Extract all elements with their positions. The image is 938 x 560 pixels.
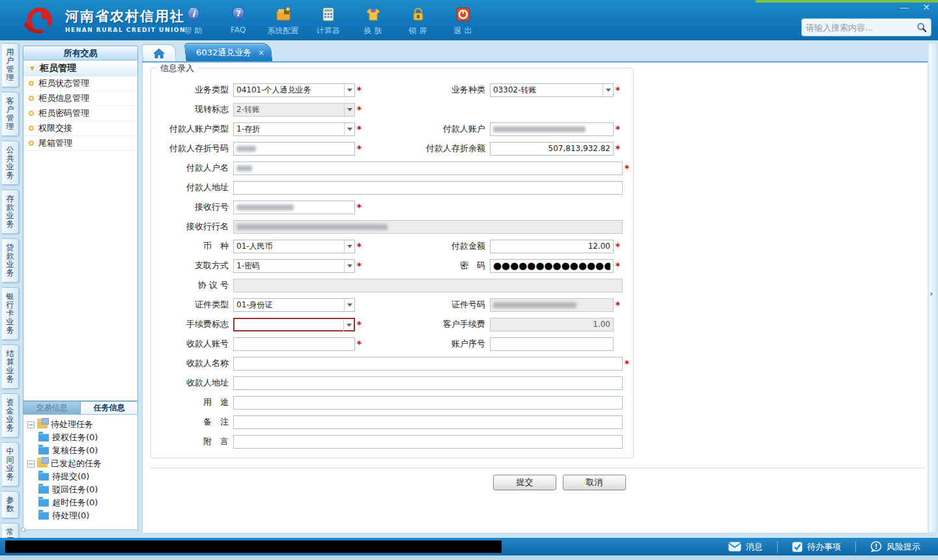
- resize-handle[interactable]: [21, 527, 25, 532]
- tree-node-timeout-tasks[interactable]: 超时任务(0): [38, 496, 137, 509]
- redacted-status-text: [5, 540, 502, 553]
- business-kind-select[interactable]: 03302-转账: [490, 83, 614, 97]
- tree-node-rejected-tasks[interactable]: 驳回任务(0): [38, 483, 137, 496]
- tree-node-to-submit[interactable]: 待提交(0): [38, 470, 137, 483]
- field-label: 付款人存折号码: [151, 143, 233, 154]
- folder-icon: [38, 447, 49, 455]
- form-row: 支取方式 1-密码 * 密 码 ●●●●●●●●●●●●●●● *: [151, 256, 633, 275]
- withdrawal-method-select[interactable]: 1-密码: [233, 259, 355, 273]
- required-marker: *: [623, 163, 631, 173]
- module-tab-user-mgmt[interactable]: 用户管理: [2, 43, 19, 87]
- messages-button[interactable]: 消息: [714, 541, 777, 553]
- tab-6032-transfer-business[interactable]: 6032通兑业务 ×: [184, 43, 273, 61]
- required-marker: *: [355, 241, 363, 251]
- menu-group-teller-mgmt[interactable]: ▼ 柜员管理: [23, 61, 137, 76]
- account-seq-input[interactable]: [490, 337, 614, 351]
- skin-icon: [364, 5, 382, 23]
- payee-account-input[interactable]: [233, 337, 355, 351]
- tree-node-initiated-tasks[interactable]: − 已发起的任务: [27, 457, 137, 470]
- payee-name-input[interactable]: [233, 357, 623, 371]
- tab-home[interactable]: [141, 44, 177, 61]
- payer-account-type-select[interactable]: 1-存折: [233, 122, 355, 136]
- tree-node-to-handle[interactable]: 待处理(0): [38, 509, 137, 522]
- menu-item-teller-info[interactable]: 柜员信息管理: [23, 91, 137, 106]
- currency-select[interactable]: 01-人民币: [233, 240, 355, 253]
- payer-name-input[interactable]: [233, 161, 623, 175]
- folder-icon: [38, 486, 49, 494]
- help-button[interactable]: i 帮 助: [171, 5, 216, 36]
- chevron-down-icon: [344, 84, 354, 96]
- certificate-type-select[interactable]: 01-身份证: [233, 298, 355, 312]
- payer-account-input[interactable]: [490, 122, 614, 136]
- calculator-button[interactable]: 计算器: [306, 5, 350, 36]
- tree-node-pending-tasks[interactable]: − 待处理任务: [27, 418, 137, 431]
- payee-address-input[interactable]: [233, 376, 623, 390]
- close-button[interactable]: ✕: [920, 2, 933, 12]
- collapse-icon[interactable]: −: [27, 460, 35, 468]
- form-row: 收款人地址: [151, 373, 633, 393]
- payment-amount-input[interactable]: 12.00: [490, 240, 614, 253]
- required-marker: *: [614, 124, 622, 134]
- minimize-button[interactable]: —: [898, 2, 911, 12]
- menu-item-cashbox-mgmt[interactable]: 尾箱管理: [23, 136, 137, 151]
- left-panel: 所有交易 ▼ 柜员管理 柜员状态管理 柜员信息管理 柜员密码管理 权限交接: [23, 46, 138, 533]
- menu-item-teller-status[interactable]: 柜员状态管理: [23, 76, 137, 91]
- collapse-arrow-icon[interactable]: ›: [930, 288, 933, 298]
- required-marker: *: [355, 143, 363, 154]
- redacted-value: [236, 165, 252, 171]
- system-config-button[interactable]: 系统配置: [261, 5, 306, 36]
- postscript-input[interactable]: [233, 435, 623, 449]
- form-buttons: 提交 取消: [150, 475, 634, 490]
- form-row: 业务类型 04101-个人通兑业务 * 业务种类 03302-转账 *: [151, 80, 633, 100]
- tab-transaction-info[interactable]: 交易信息: [23, 402, 80, 414]
- right-collapse-strip[interactable]: ›: [928, 43, 937, 533]
- required-marker: *: [355, 202, 363, 212]
- todo-button[interactable]: 待办事项: [777, 541, 855, 553]
- payer-passbook-no-input[interactable]: [233, 142, 355, 156]
- field-label: 用 途: [151, 397, 233, 408]
- credit-union-logo-icon: [18, 4, 61, 36]
- module-tab-public-biz[interactable]: 公共业务: [2, 141, 19, 185]
- module-tab-deposit-biz[interactable]: 存款业务: [2, 189, 19, 234]
- remark-input[interactable]: [233, 415, 623, 429]
- collapse-icon[interactable]: −: [27, 421, 35, 428]
- svg-text:?: ?: [236, 8, 241, 18]
- module-tab-loan-biz[interactable]: 贷款业务: [2, 238, 19, 283]
- tab-close-icon[interactable]: ×: [258, 48, 264, 57]
- skin-button[interactable]: 换 肤: [350, 5, 395, 36]
- module-tab-parameters[interactable]: 参数: [2, 491, 19, 518]
- submit-button[interactable]: 提交: [493, 475, 556, 490]
- exit-button[interactable]: 退 出: [440, 5, 485, 36]
- app-title: 河南省农村信用社: [65, 7, 186, 25]
- search-icon[interactable]: [917, 21, 927, 33]
- field-label: 业务类型: [151, 84, 233, 96]
- search-input[interactable]: [806, 23, 917, 33]
- password-input[interactable]: ●●●●●●●●●●●●●●●: [490, 259, 614, 273]
- module-tab-intermediate-biz[interactable]: 中间业务: [2, 442, 19, 486]
- field-label: 收款人账号: [151, 338, 233, 350]
- module-tab-bankcard-biz[interactable]: 银行卡业务: [2, 287, 19, 340]
- fee-flag-select[interactable]: [233, 318, 355, 331]
- faq-button[interactable]: ? FAQ: [216, 5, 261, 36]
- payer-address-input[interactable]: [233, 181, 623, 195]
- chevron-down-icon: [344, 123, 354, 135]
- lock-screen-button[interactable]: 锁 屏: [395, 5, 440, 36]
- module-tab-funds-biz[interactable]: 资金业务: [2, 393, 19, 438]
- purpose-input[interactable]: [233, 396, 623, 410]
- groupbox-legend: 信息录入: [156, 63, 198, 74]
- required-marker: *: [614, 143, 622, 154]
- tab-task-info[interactable]: 任务信息: [80, 402, 137, 414]
- menu-item-authority-handover[interactable]: 权限交接: [23, 121, 137, 136]
- tree-node-review-tasks[interactable]: 复核任务(0): [38, 444, 137, 457]
- menu-item-teller-password[interactable]: 柜员密码管理: [23, 106, 137, 121]
- module-tab-customer-mgmt[interactable]: 客户管理: [2, 92, 19, 136]
- payer-passbook-balance-input[interactable]: 507,813,932.82: [490, 142, 614, 156]
- business-type-select[interactable]: 04101-个人通兑业务: [233, 83, 355, 97]
- risk-alert-button[interactable]: ! 风险提示: [855, 541, 935, 553]
- receiving-bank-no-input[interactable]: [233, 201, 355, 214]
- cash-transfer-flag-select: 2-转账: [233, 103, 355, 117]
- cancel-button[interactable]: 取消: [563, 475, 626, 490]
- module-tab-settlement-biz[interactable]: 结算业务: [2, 344, 19, 389]
- faq-icon: ?: [229, 5, 247, 23]
- tree-node-authorize-tasks[interactable]: 授权任务(0): [38, 431, 137, 444]
